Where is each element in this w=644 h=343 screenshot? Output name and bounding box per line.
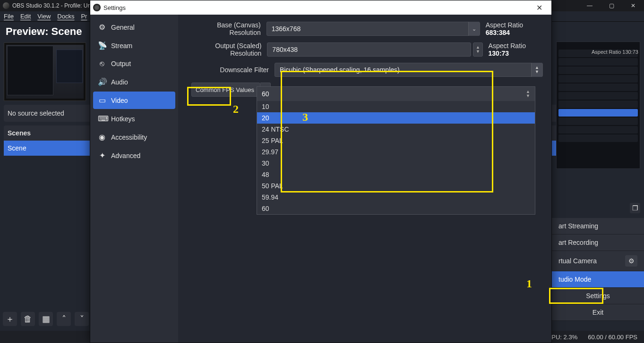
scenes-toolbar: ＋ 🗑 ▦ ˄ ˅ (3, 312, 89, 326)
settings-content: Base (Canvas) Resolution 1366x768 ⌄ Aspe… (178, 15, 551, 343)
virtual-camera-settings-icon[interactable]: ⚙ (625, 255, 637, 267)
output-aspect: Aspect Ratio 130:73 (489, 42, 543, 57)
status-cpu: PU: 2.3% (551, 334, 577, 341)
output-res-dropdown-button[interactable]: ▲▼ (473, 42, 482, 57)
scene-props-button[interactable]: ▦ (39, 312, 53, 326)
menu-docks[interactable]: Docks (57, 13, 74, 20)
virtual-camera-label: rtual Camera (558, 257, 597, 265)
fps-option[interactable]: 29.97 (257, 146, 535, 158)
fps-option[interactable]: 50 PAL (257, 180, 535, 192)
maximize-button[interactable]: ▢ (601, 0, 622, 11)
output-res-value: 780x438 (272, 46, 298, 53)
delete-scene-button[interactable]: 🗑 (21, 312, 35, 326)
fps-option[interactable]: 20 (257, 112, 535, 124)
annotation-number-2: 2 (233, 103, 239, 116)
fps-dropdown-stepper-icon[interactable]: ▲▼ (526, 90, 530, 98)
output-aspect-value: 130:73 (489, 50, 509, 57)
sidebar-item-stream[interactable]: 📡Stream (93, 37, 175, 54)
fps-option[interactable]: 10 (257, 101, 535, 112)
scene-down-button[interactable]: ˅ (75, 312, 89, 326)
start-streaming-button[interactable]: art Streaming (552, 218, 644, 234)
fps-type-label: Common FPS Values (196, 86, 254, 93)
speaker-icon: 🔊 (98, 77, 106, 86)
studio-mode-button[interactable]: tudio Mode (552, 271, 644, 288)
fps-dropdown: 60 ▲▼ 10 20 24 NTSC 25 PAL 29.97 30 48 5… (257, 86, 535, 215)
base-res-dropdown-icon[interactable]: ⌄ (468, 22, 480, 36)
sidebar-label-general: General (111, 24, 135, 31)
settings-dialog: Settings ✕ ⚙General 📡Stream ⎋Output 🔊Aud… (90, 0, 552, 343)
minimize-button[interactable]: — (579, 0, 601, 11)
base-aspect: Aspect Ratio 683:384 (486, 21, 543, 36)
menu-profile[interactable]: Pr (81, 13, 87, 20)
virtual-camera-button[interactable]: rtual Camera ⚙ (552, 251, 644, 271)
start-recording-button[interactable]: art Recording (552, 234, 644, 251)
fps-type-select[interactable]: Common FPS Values (191, 83, 260, 97)
accessibility-icon: ◉ (98, 133, 106, 142)
sidebar-label-advanced: Advanced (111, 152, 140, 159)
fps-current-value[interactable]: 60 ▲▼ (257, 87, 535, 101)
menu-view[interactable]: View (37, 13, 51, 20)
right-aspect-tip: Aspect Ratio 130:73 (592, 49, 638, 55)
program-preview-thumb (556, 42, 640, 169)
menu-file[interactable]: File (4, 13, 14, 20)
dock-toggle-button[interactable]: ❐ (630, 203, 640, 213)
base-aspect-value: 683:384 (486, 29, 510, 36)
base-res-value: 1366x768 (272, 25, 301, 33)
keyboard-icon: ⌨ (98, 114, 106, 123)
main-title: OBS Studio 30.1.2 - Profile: Untitled (12, 2, 103, 9)
add-scene-button[interactable]: ＋ (3, 312, 17, 326)
gear-icon: ⚙ (98, 23, 106, 32)
dialog-titlebar: Settings ✕ (90, 0, 551, 15)
sidebar-item-hotkeys[interactable]: ⌨Hotkeys (93, 110, 175, 127)
fps-option[interactable]: 59.94 (257, 192, 535, 203)
output-icon: ⎋ (98, 59, 106, 68)
sidebar-item-advanced[interactable]: ✦Advanced (93, 147, 175, 164)
downscale-label: Downscale Filter (187, 66, 275, 74)
controls-panel: art Streaming art Recording rtual Camera… (550, 218, 644, 321)
antenna-icon: 📡 (98, 41, 106, 50)
annotation-number-1: 1 (526, 277, 532, 290)
dialog-title: Settings (103, 4, 126, 11)
dialog-logo-icon (93, 4, 101, 11)
settings-button[interactable]: Settings (552, 288, 644, 304)
monitor-icon: ▭ (98, 96, 106, 105)
fps-option[interactable]: 25 PAL (257, 135, 535, 146)
downscale-value: Bicubic (Sharpened scaling, 16 samples) (280, 66, 400, 74)
window-controls: — ▢ ✕ (579, 0, 644, 11)
exit-button[interactable]: Exit (552, 304, 644, 321)
sidebar-item-accessibility[interactable]: ◉Accessibility (93, 128, 175, 146)
fps-option[interactable]: 24 NTSC (257, 124, 535, 135)
base-res-input[interactable]: 1366x768 ⌄ (266, 22, 480, 36)
downscale-input[interactable]: Bicubic (Sharpened scaling, 16 samples) … (275, 63, 543, 77)
fps-option[interactable]: 48 (257, 169, 535, 180)
downscale-dropdown-icon[interactable]: ▲▼ (531, 63, 542, 77)
sidebar-label-video: Video (111, 97, 128, 104)
sidebar-item-output[interactable]: ⎋Output (93, 55, 175, 72)
sidebar-item-video[interactable]: ▭Video (93, 92, 175, 109)
sidebar-label-audio: Audio (111, 78, 128, 86)
sidebar-label-stream: Stream (111, 42, 132, 50)
fps-options-list: 10 20 24 NTSC 25 PAL 29.97 30 48 50 PAL … (257, 101, 535, 214)
preview-thumbnail (6, 45, 84, 99)
annotation-number-3: 3 (302, 111, 308, 124)
output-aspect-label: Aspect Ratio (489, 42, 526, 50)
base-aspect-label: Aspect Ratio (486, 21, 523, 29)
sidebar-item-general[interactable]: ⚙General (93, 18, 175, 36)
output-res-label: Output (Scaled) Resolution (187, 42, 267, 57)
preview-panel[interactable] (4, 42, 86, 101)
fps-option[interactable]: 60 (257, 203, 535, 214)
scene-up-button[interactable]: ˄ (57, 312, 71, 326)
output-res-input[interactable]: 780x438 (267, 42, 471, 57)
sidebar-item-audio[interactable]: 🔊Audio (93, 73, 175, 91)
base-res-label: Base (Canvas) Resolution (187, 21, 266, 36)
dialog-close-button[interactable]: ✕ (530, 3, 549, 12)
close-button[interactable]: ✕ (622, 0, 644, 11)
advanced-icon: ✦ (98, 151, 106, 160)
fps-option[interactable]: 30 (257, 158, 535, 169)
sidebar-label-hotkeys: Hotkeys (111, 115, 135, 123)
sidebar-label-output: Output (111, 60, 131, 67)
menu-edit[interactable]: Edit (20, 13, 31, 20)
obs-logo-icon (3, 2, 9, 9)
fps-current-label: 60 (262, 90, 269, 98)
status-fps: 60.00 / 60.00 FPS (588, 334, 637, 341)
